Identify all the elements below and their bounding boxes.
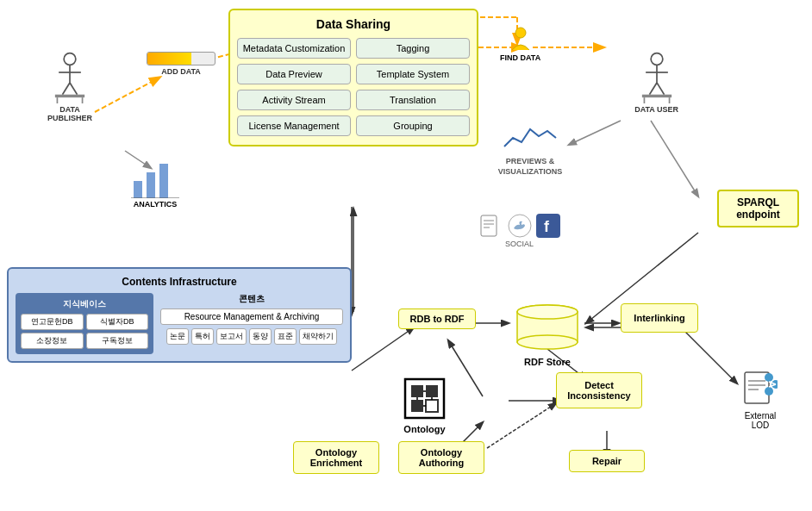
ci-cell-1: 식별자DB bbox=[86, 314, 149, 330]
svg-line-6 bbox=[569, 121, 621, 145]
detect-inconsistency-label: Detect Inconsistency bbox=[562, 380, 636, 401]
svg-rect-59 bbox=[411, 400, 423, 412]
svg-point-55 bbox=[517, 305, 578, 319]
data-user-figure: DATA USER bbox=[634, 52, 678, 114]
interlinking-box: Interlinking bbox=[621, 303, 698, 333]
previews-label: PREVIEWS &VISUALIZATIONS bbox=[491, 157, 569, 177]
ci-right-cell-3: 동양 bbox=[249, 328, 272, 345]
ds-cell-4: Activity Stream bbox=[237, 90, 351, 110]
ds-cell-0: Metadata Customization bbox=[237, 38, 351, 59]
repair-label: Repair bbox=[575, 456, 639, 466]
contents-infra-box: Contents Infrastructure 지식베이스 연고문헌DB 식별자… bbox=[7, 267, 352, 363]
svg-line-23 bbox=[448, 340, 483, 396]
ci-right-row: 논문 특허 보고서 동양 표준 채약하기 bbox=[160, 328, 343, 345]
svg-rect-60 bbox=[426, 400, 438, 412]
svg-rect-42 bbox=[147, 172, 155, 198]
external-lod-icon bbox=[743, 371, 778, 409]
ci-right-cell-0: 논문 bbox=[166, 328, 189, 345]
interlinking-label: Interlinking bbox=[627, 313, 692, 323]
ontology-authoring-box: Ontology Authoring bbox=[398, 441, 484, 474]
social-label: SOCIAL bbox=[478, 240, 560, 248]
find-data-icon bbox=[508, 26, 534, 52]
ds-cell-3: Template System bbox=[356, 64, 470, 84]
ci-cell-2: 소장정보 bbox=[21, 333, 84, 349]
ontology-enrichment-box: Ontology Enrichment bbox=[293, 441, 379, 474]
sparql-endpoint-box: SPARQL endpoint bbox=[717, 190, 799, 227]
find-data-label: FIND DATA bbox=[500, 53, 540, 62]
rdf-store-area: RDF Store bbox=[513, 303, 582, 367]
ci-title: Contents Infrastructure bbox=[16, 276, 343, 288]
svg-rect-45 bbox=[481, 215, 497, 236]
ds-cell-7: Grouping bbox=[356, 115, 470, 136]
add-data-label: ADD DATA bbox=[147, 67, 215, 76]
svg-point-54 bbox=[517, 335, 578, 349]
svg-rect-29 bbox=[55, 95, 84, 97]
ci-resource-box: Resource Management & Archiving bbox=[160, 308, 343, 325]
ontology-authoring-label: Ontology Authoring bbox=[404, 447, 478, 468]
user-label: DATA USER bbox=[634, 105, 678, 114]
ontology-label: Ontology bbox=[401, 424, 448, 434]
detect-inconsistency-box: Detect Inconsistency bbox=[556, 372, 642, 408]
ci-right-title: 콘텐츠 bbox=[160, 293, 343, 305]
diagram-container: DATA PUBLISHER DATA USER ADD DATA FIND D… bbox=[0, 0, 812, 511]
social-bird-icon bbox=[508, 214, 532, 238]
ci-left-title: 지식베이스 bbox=[21, 298, 148, 310]
ontology-icon bbox=[401, 375, 448, 422]
svg-line-27 bbox=[62, 83, 70, 95]
ci-cell-3: 구독정보 bbox=[86, 333, 149, 349]
svg-point-32 bbox=[651, 53, 663, 65]
ci-left-grid: 연고문헌DB 식별자DB 소장정보 구독정보 bbox=[21, 314, 148, 349]
ds-cell-2: Data Preview bbox=[237, 64, 351, 84]
ontology-area: Ontology bbox=[401, 375, 448, 434]
svg-point-70 bbox=[765, 387, 773, 396]
analytics-label: ANALYTICS bbox=[129, 200, 181, 209]
data-sharing-grid: Metadata Customization Tagging Data Prev… bbox=[237, 38, 470, 136]
previews-area: PREVIEWS &VISUALIZATIONS bbox=[491, 121, 569, 177]
data-sharing-title: Data Sharing bbox=[237, 17, 470, 31]
svg-line-18 bbox=[487, 403, 556, 448]
svg-rect-57 bbox=[411, 385, 423, 397]
svg-rect-58 bbox=[426, 385, 438, 397]
svg-rect-37 bbox=[641, 95, 671, 97]
find-data-area: FIND DATA bbox=[500, 26, 540, 62]
ci-right-cell-4: 표준 bbox=[274, 328, 297, 345]
ci-right-cell-1: 특허 bbox=[191, 328, 214, 345]
ds-cell-1: Tagging bbox=[356, 38, 470, 59]
svg-line-10 bbox=[352, 327, 414, 371]
svg-line-0 bbox=[95, 78, 159, 112]
social-facebook-icon: f bbox=[536, 214, 560, 238]
ds-cell-6: License Management bbox=[237, 115, 351, 136]
publisher-label: DATA PUBLISHER bbox=[47, 105, 92, 122]
svg-line-13 bbox=[685, 332, 737, 383]
progress-bar bbox=[147, 52, 215, 65]
social-area: f SOCIAL bbox=[478, 214, 560, 248]
analytics-area: ANALYTICS bbox=[129, 159, 181, 203]
svg-rect-43 bbox=[159, 164, 168, 198]
svg-point-40 bbox=[515, 28, 526, 38]
ci-right-cell-2: 보고서 bbox=[216, 328, 247, 345]
svg-line-36 bbox=[657, 83, 665, 95]
data-sharing-box: Data Sharing Metadata Customization Tagg… bbox=[228, 9, 478, 146]
add-data-area: ADD DATA bbox=[147, 52, 215, 76]
svg-rect-41 bbox=[134, 181, 142, 198]
svg-point-24 bbox=[64, 53, 76, 65]
external-lod-label: External LOD bbox=[743, 411, 778, 430]
rdf-store-label: RDF Store bbox=[513, 357, 582, 367]
rdb-to-rdf-label: RDB to RDF bbox=[406, 314, 468, 324]
ci-cell-0: 연고문헌DB bbox=[21, 314, 84, 330]
external-lod-area: External LOD bbox=[743, 371, 778, 430]
data-publisher-figure: DATA PUBLISHER bbox=[47, 52, 92, 122]
sparql-label: SPARQL endpoint bbox=[722, 196, 794, 221]
ontology-enrichment-label: Ontology Enrichment bbox=[299, 447, 373, 468]
ci-right-cell-5: 채약하기 bbox=[299, 328, 337, 345]
svg-line-28 bbox=[70, 83, 78, 95]
progress-fill bbox=[147, 53, 191, 65]
svg-line-7 bbox=[651, 121, 698, 196]
svg-text:f: f bbox=[544, 218, 550, 235]
svg-line-35 bbox=[649, 83, 657, 95]
ci-right: 콘텐츠 Resource Management & Archiving 논문 특… bbox=[160, 293, 343, 354]
rdb-to-rdf-box: RDB to RDF bbox=[398, 308, 476, 329]
ci-inner: 지식베이스 연고문헌DB 식별자DB 소장정보 구독정보 콘텐츠 Resourc… bbox=[16, 293, 343, 354]
social-doc-icon bbox=[479, 214, 503, 238]
repair-box: Repair bbox=[569, 450, 645, 472]
